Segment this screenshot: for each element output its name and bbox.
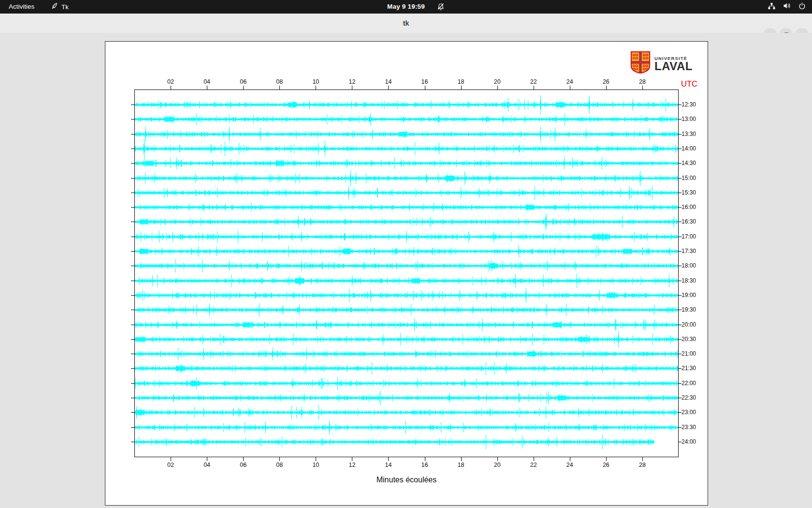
y-tick-left — [131, 442, 134, 442]
y-tick-right — [678, 339, 682, 340]
utc-time-label: 13:30 — [682, 131, 696, 137]
y-tick-left — [131, 398, 134, 398]
y-tick-right — [678, 193, 682, 193]
x-tick-label-bottom: 28 — [635, 462, 650, 468]
x-tick-top — [570, 86, 570, 90]
x-tick-top — [425, 86, 425, 90]
x-axis-title: Minutes écoulées — [134, 476, 679, 484]
x-tick-label-top: 04 — [200, 78, 214, 85]
y-tick-right — [678, 251, 682, 252]
x-tick-bottom — [243, 457, 244, 461]
seismogram-traces-canvas — [135, 90, 678, 457]
x-tick-label-bottom: 22 — [526, 462, 541, 468]
y-tick-left — [131, 149, 134, 149]
y-tick-right — [678, 368, 682, 369]
x-tick-label-bottom: 12 — [345, 462, 359, 468]
universite-laval-logo: UNIVERSITÉ LAVAL — [630, 51, 693, 75]
y-tick-right — [678, 281, 682, 281]
x-tick-label-bottom: 14 — [381, 462, 395, 468]
x-tick-top — [171, 86, 171, 90]
x-tick-top — [642, 86, 643, 90]
laval-shield-icon — [630, 51, 651, 75]
y-tick-right — [678, 310, 682, 310]
utc-time-label: 15:00 — [682, 175, 696, 181]
y-tick-left — [131, 266, 134, 266]
y-tick-right — [678, 442, 682, 442]
x-tick-label-top: 28 — [635, 78, 650, 85]
utc-time-label: 13:00 — [682, 116, 696, 122]
utc-time-label: 17:00 — [682, 233, 696, 240]
utc-time-label: 23:30 — [682, 424, 696, 431]
speaker-icon[interactable] — [783, 1, 791, 12]
utc-time-label: 15:30 — [682, 189, 696, 196]
y-tick-left — [131, 368, 134, 369]
utc-time-label: 16:30 — [682, 218, 696, 225]
y-tick-right — [678, 295, 682, 296]
y-tick-right — [678, 266, 682, 266]
x-tick-bottom — [388, 457, 389, 461]
utc-axis-label: UTC — [681, 79, 697, 89]
y-tick-left — [131, 412, 134, 413]
x-tick-label-top: 10 — [308, 78, 323, 85]
x-tick-label-bottom: 04 — [200, 462, 214, 468]
utc-time-label: 19:30 — [682, 306, 696, 313]
utc-time-label: 18:30 — [682, 277, 696, 284]
utc-time-label: 16:00 — [682, 204, 696, 210]
wired-network-icon[interactable] — [768, 2, 776, 12]
x-tick-top — [461, 86, 462, 90]
x-tick-label-top: 22 — [526, 78, 541, 85]
y-tick-left — [131, 339, 134, 340]
x-tick-top — [279, 86, 280, 90]
y-tick-right — [678, 149, 682, 149]
utc-time-label: 21:00 — [682, 350, 696, 357]
utc-time-label: 22:30 — [682, 394, 696, 401]
x-tick-label-top: 02 — [163, 78, 178, 85]
x-tick-top — [243, 86, 244, 90]
y-tick-left — [131, 427, 134, 428]
utc-time-label: 17:30 — [682, 248, 696, 254]
x-tick-bottom — [606, 457, 607, 461]
y-tick-left — [131, 134, 134, 134]
x-tick-label-top: 06 — [236, 78, 250, 85]
bell-disabled-icon — [436, 2, 445, 13]
window-titlebar[interactable]: tk — [0, 14, 812, 33]
y-tick-right — [678, 207, 682, 208]
x-tick-label-bottom: 20 — [490, 462, 505, 468]
utc-time-label: 18:00 — [682, 262, 696, 269]
x-tick-bottom — [207, 457, 207, 461]
x-tick-bottom — [352, 457, 352, 461]
y-tick-right — [678, 163, 682, 164]
y-tick-right — [678, 354, 682, 354]
x-tick-bottom — [171, 457, 171, 461]
utc-time-label: 22:00 — [682, 380, 696, 387]
utc-time-label: 14:30 — [682, 160, 696, 166]
y-tick-left — [131, 354, 134, 354]
x-tick-label-bottom: 02 — [163, 462, 178, 468]
x-tick-bottom — [497, 457, 498, 461]
y-tick-left — [131, 310, 134, 310]
utc-time-label: 20:30 — [682, 336, 696, 343]
x-tick-top — [606, 86, 607, 90]
gnome-top-bar: Activities Tk May 9 19:59 — [0, 0, 812, 14]
power-icon[interactable] — [798, 2, 806, 12]
y-tick-right — [678, 178, 682, 179]
utc-time-label: 19:00 — [682, 292, 696, 299]
y-tick-left — [131, 119, 134, 120]
x-tick-label-bottom: 24 — [563, 462, 577, 468]
x-tick-top — [316, 86, 316, 90]
y-tick-left — [131, 325, 134, 325]
y-tick-left — [131, 251, 134, 252]
y-tick-left — [131, 237, 134, 237]
x-tick-bottom — [534, 457, 534, 461]
clock[interactable]: May 9 19:59 — [0, 0, 812, 14]
utc-time-label: 23:00 — [682, 409, 696, 416]
x-tick-label-top: 26 — [599, 78, 613, 85]
x-tick-top — [388, 86, 389, 90]
tk-window-content: Département de géologie et de génie géol… — [0, 33, 812, 508]
x-tick-label-bottom: 18 — [454, 462, 468, 468]
x-tick-bottom — [642, 457, 643, 461]
utc-time-label: 14:00 — [682, 145, 696, 152]
x-tick-label-top: 18 — [454, 78, 468, 85]
x-tick-top — [497, 86, 498, 90]
x-tick-label-bottom: 10 — [308, 462, 323, 468]
